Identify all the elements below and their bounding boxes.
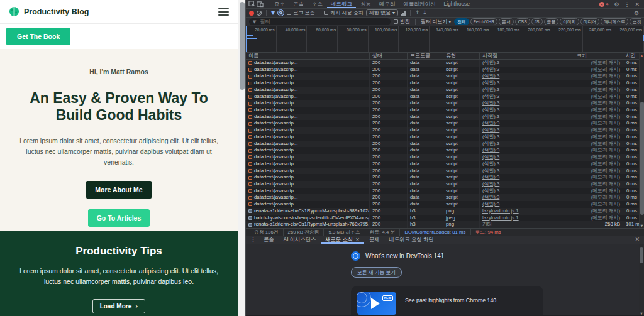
network-request-row[interactable]: data:text/javascrip...200datascript(색인):…: [246, 134, 640, 141]
column-header-2[interactable]: 프로토콜: [408, 53, 443, 59]
page-scrollbar[interactable]: [238, 0, 245, 316]
invert-filter-checkbox[interactable]: 반전: [394, 18, 410, 25]
network-request-row[interactable]: data:text/javascrip...200datascript(색인):…: [246, 194, 640, 201]
devtools-tab-0[interactable]: 요소: [270, 0, 289, 8]
go-to-articles-button[interactable]: Go To Articles: [88, 209, 150, 227]
initiator-link[interactable]: (색인):3: [482, 60, 499, 65]
filter-chip-6[interactable]: 이미지: [560, 18, 579, 25]
load-more-button[interactable]: Load More ›: [92, 299, 146, 313]
initiator-link[interactable]: (색인):3: [482, 181, 499, 187]
column-header-5[interactable]: 크기: [574, 53, 623, 59]
drawer-tab-4[interactable]: 네트워크 요청 차단: [385, 236, 438, 244]
initiator-link[interactable]: lazyload.min.js:1: [482, 215, 519, 221]
network-request-row[interactable]: data:text/javascrip...200datascript(색인):…: [246, 87, 640, 94]
column-header-0[interactable]: 이름: [246, 53, 370, 59]
initiator-link[interactable]: (색인):3: [482, 188, 499, 193]
network-request-row[interactable]: data:text/javascrip...200datascript(색인):…: [246, 60, 640, 67]
initiator-link[interactable]: (색인):3: [482, 80, 499, 85]
search-icon[interactable]: 🔍︎: [277, 9, 284, 16]
network-request-row[interactable]: data:text/javascrip...200datascript(색인):…: [246, 161, 640, 168]
drawer-tab-3[interactable]: 문제: [365, 236, 384, 244]
overview-selection-handle[interactable]: [246, 26, 247, 52]
drawer-tab-1[interactable]: AI 어시스턴스: [279, 236, 321, 244]
site-brand[interactable]: Productivity Blog: [9, 6, 89, 17]
initiator-link[interactable]: (색인):3: [482, 107, 499, 112]
filter-chip-7[interactable]: 미디어: [580, 18, 599, 25]
import-har-icon[interactable]: ↑: [415, 10, 420, 16]
network-request-row[interactable]: renata-a1drienn-ebvCs1RypmxM-unsplash-98…: [246, 208, 640, 215]
initiator-link[interactable]: (색인):3: [482, 154, 499, 160]
close-tab-icon[interactable]: ×: [355, 236, 360, 242]
initiator-link[interactable]: (색인):3: [482, 120, 499, 126]
initiator-link[interactable]: (색인):3: [482, 147, 499, 153]
network-request-row[interactable]: data:text/javascrip...200datascript(색인):…: [246, 154, 640, 161]
scroll-down-arrow-icon[interactable]: ▼: [639, 312, 644, 315]
network-request-row[interactable]: batch-by-wisconsin-hemp-scientific-i5V-e…: [246, 215, 640, 222]
hamburger-menu-icon[interactable]: [218, 6, 229, 18]
video-thumbnail[interactable]: NEW: [357, 292, 396, 315]
network-request-row[interactable]: data:text/javascrip...200datascript(색인):…: [246, 201, 640, 208]
column-header-1[interactable]: 상태: [370, 53, 408, 59]
throttling-select[interactable]: 제한 없음 ▾: [366, 9, 398, 16]
network-conditions-icon[interactable]: [401, 11, 406, 16]
devtools-tab-6[interactable]: 애플리케이션: [400, 0, 440, 8]
initiator-link[interactable]: (색인):3: [482, 114, 499, 119]
scrollbar-thumb[interactable]: [640, 102, 644, 215]
scroll-down-arrow-icon[interactable]: ▼: [640, 224, 644, 227]
network-request-row[interactable]: data:text/javascrip...200datascript(색인):…: [246, 174, 640, 181]
get-the-book-button[interactable]: Get The Book: [6, 28, 70, 45]
initiator-link[interactable]: (색인):3: [482, 94, 499, 99]
network-request-row[interactable]: data:text/javascrip...200datascript(색인):…: [246, 120, 640, 127]
initiator-link[interactable]: (색인):3: [482, 87, 499, 92]
drawer-scrollbar[interactable]: ▼: [639, 244, 644, 315]
network-request-row[interactable]: data:text/javascrip...200datascript(색인):…: [246, 67, 640, 74]
devtools-tab-3[interactable]: 네트워크: [327, 0, 356, 8]
page-scrollbar-thumb[interactable]: [240, 2, 245, 90]
network-request-row[interactable]: data:text/javascrip...200datascript(색인):…: [246, 147, 640, 154]
initiator-link[interactable]: (색인):3: [482, 168, 499, 173]
initiator-link[interactable]: (색인):3: [482, 134, 499, 139]
drawer-tab-2[interactable]: 새로운 소식×: [321, 236, 364, 244]
inspect-icon[interactable]: [248, 1, 255, 8]
initiator-link[interactable]: (색인):3: [482, 201, 499, 207]
network-request-row[interactable]: data:text/javascrip...200datascript(색인):…: [246, 141, 640, 148]
drawer-close-icon[interactable]: ✕: [633, 236, 641, 242]
drawer-tab-0[interactable]: 콘솔: [259, 236, 279, 244]
highlights-card[interactable]: NEW See past highlights from Chrome 140: [351, 286, 543, 315]
preserve-log-checkbox[interactable]: 로그 보존: [287, 9, 314, 16]
drawer-scrollbar-thumb[interactable]: [640, 247, 643, 263]
console-error-badge[interactable]: × 4: [599, 1, 608, 7]
initiator-link[interactable]: (색인):3: [482, 73, 499, 79]
filter-chip-5[interactable]: 글꼴: [544, 18, 559, 25]
initiator-link[interactable]: (색인):3: [482, 127, 499, 133]
devtools-tab-7[interactable]: Lighthouse: [440, 0, 474, 8]
kebab-menu-icon[interactable]: ⋮: [622, 1, 631, 8]
network-request-row[interactable]: data:text/javascrip...200datascript(색인):…: [246, 73, 640, 80]
network-settings-gear-icon[interactable]: ⚙: [632, 10, 641, 16]
more-filters-button[interactable]: 필터 더보기 ▾: [421, 18, 451, 25]
device-toolbar-icon[interactable]: [257, 1, 264, 8]
filter-chip-1[interactable]: Fetch/XHR: [470, 18, 497, 25]
initiator-link[interactable]: (색인):3: [482, 67, 499, 72]
network-request-row[interactable]: renata-a1drienn-ebvCs1RypmxM-unsplash-76…: [246, 221, 640, 228]
initiator-link[interactable]: (색인):3: [482, 194, 499, 200]
column-header-4[interactable]: 시작점: [480, 53, 574, 59]
filter-chip-9[interactable]: 소켓: [630, 18, 641, 25]
column-header-6[interactable]: 시간: [623, 53, 640, 59]
network-request-row[interactable]: data:text/javascrip...200datascript(색인):…: [246, 188, 640, 195]
network-request-row[interactable]: data:text/javascrip...200datascript(색인):…: [246, 127, 640, 134]
see-all-new-features-button[interactable]: 모든 새 기능 보기: [351, 267, 402, 278]
more-about-me-button[interactable]: More About Me: [86, 181, 151, 199]
network-request-row[interactable]: data:text/javascrip...200datascript(색인):…: [246, 100, 640, 107]
column-header-3[interactable]: 유형: [443, 53, 480, 59]
filter-chip-8[interactable]: 매니페스트: [601, 18, 628, 25]
settings-gear-icon[interactable]: ⚙: [612, 1, 621, 8]
scroll-up-arrow-icon[interactable]: ▲: [640, 53, 644, 57]
devtools-tab-5[interactable]: 메모리: [375, 0, 399, 8]
network-request-row[interactable]: data:text/javascrip...200datascript(색인):…: [246, 114, 640, 121]
network-table-scrollbar[interactable]: ▲ ▼: [639, 53, 644, 228]
network-request-row[interactable]: data:text/javascrip...200datascript(색인):…: [246, 168, 640, 175]
close-devtools-icon[interactable]: ✕: [633, 1, 641, 8]
clear-network-log-icon[interactable]: [257, 11, 262, 16]
devtools-tab-2[interactable]: 소스: [308, 0, 326, 8]
